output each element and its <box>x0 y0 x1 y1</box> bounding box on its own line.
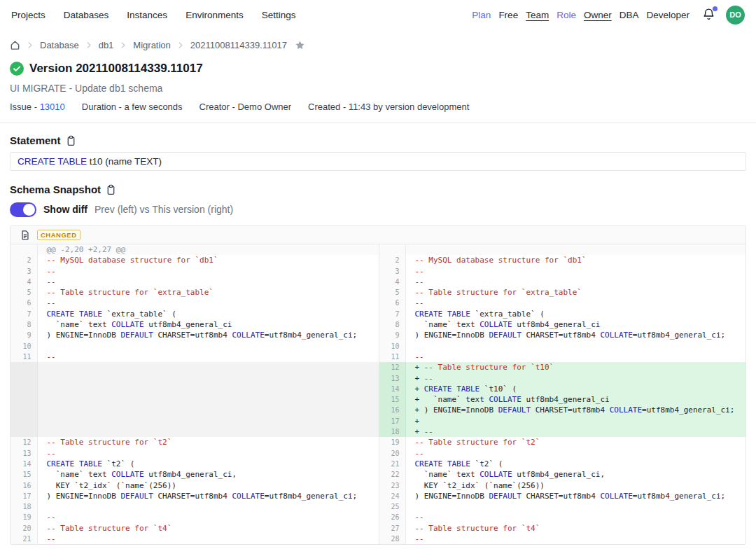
notification-bell[interactable] <box>702 8 716 22</box>
breadcrumb-item-db1[interactable]: db1 <box>99 40 114 50</box>
line-number: 27 <box>379 523 405 534</box>
divider <box>0 123 756 123</box>
nav-item-environments[interactable]: Environments <box>186 10 244 20</box>
nav-item-settings[interactable]: Settings <box>262 10 296 20</box>
line-number: 15 <box>379 394 405 405</box>
breadcrumb-item-database[interactable]: Database <box>40 40 79 50</box>
line-number: 8 <box>10 319 37 330</box>
nav-item-instances[interactable]: Instances <box>127 10 167 20</box>
line-number: 28 <box>379 534 405 544</box>
code-line: -- <box>405 534 746 544</box>
code-line: -- <box>405 352 746 362</box>
breadcrumb-item-migration[interactable]: Migration <box>133 40 170 50</box>
code-line: -- <box>405 448 746 459</box>
line-number <box>10 416 37 426</box>
line-number <box>10 426 37 437</box>
line-number: 21 <box>10 534 37 544</box>
line-number: 19 <box>379 437 405 447</box>
statement-code: CREATE TABLE t10 (name TEXT) <box>10 152 746 171</box>
line-number: 14 <box>10 459 37 469</box>
nav-right: PlanFreeTeamRoleOwnerDBADeveloper DO <box>472 6 745 25</box>
home-icon[interactable] <box>10 40 20 50</box>
switcher-dba[interactable]: DBA <box>620 10 639 20</box>
code-line <box>37 362 379 373</box>
line-number: 3 <box>10 266 37 277</box>
code-line: + -- <box>405 426 746 437</box>
line-number: 5 <box>379 287 405 298</box>
chevron-right-icon <box>27 41 34 49</box>
star-icon[interactable] <box>295 40 305 50</box>
code-line: -- <box>37 534 379 544</box>
switcher-owner[interactable]: Owner <box>584 10 612 20</box>
diff-row: 3--3-- <box>10 266 746 277</box>
breadcrumb: Databasedb1Migration20211008114339.11017 <box>10 36 746 53</box>
diff-row-added: 14+ CREATE TABLE `t10` ( <box>10 384 746 394</box>
copy-statement-icon[interactable] <box>66 135 76 146</box>
code-line: + ) ENGINE=InnoDB DEFAULT CHARSET=utf8mb… <box>405 405 746 415</box>
code-line: CREATE TABLE `extra_table` ( <box>37 309 379 319</box>
code-line: -- <box>37 448 379 459</box>
statement-section: Statement CREATE TABLE t10 (name TEXT) <box>10 134 746 171</box>
breadcrumb-item-20211008114339.11017[interactable]: 20211008114339.11017 <box>190 40 287 50</box>
switcher-free[interactable]: Free <box>498 10 518 20</box>
code-line <box>37 405 379 415</box>
nav-item-projects[interactable]: Projects <box>11 10 46 20</box>
top-nav: ProjectsDatabasesInstancesEnvironmentsSe… <box>0 0 756 29</box>
diff-row-added: 13+ -- <box>10 373 746 384</box>
diff-row: 9) ENGINE=InnoDB DEFAULT CHARSET=utf8mb4… <box>10 330 746 340</box>
line-number: 11 <box>10 352 37 362</box>
diff-hunk-row: @@ -2,20 +2,27 @@ <box>10 244 746 255</box>
copy-snapshot-icon[interactable] <box>106 184 116 195</box>
line-number: 21 <box>379 459 405 469</box>
line-number: 18 <box>379 426 405 437</box>
line-number: 12 <box>379 362 405 373</box>
code-line: -- <box>405 277 746 287</box>
code-line: -- <box>37 352 379 362</box>
line-number: 2 <box>379 255 405 265</box>
statement-heading: Statement <box>10 134 61 146</box>
line-number: 7 <box>10 309 37 319</box>
line-number: 13 <box>10 448 37 459</box>
code-line <box>405 501 746 512</box>
diff-table: @@ -2,20 +2,27 @@2-- MySQL database stru… <box>10 244 746 544</box>
code-line: -- Table structure for `extra_table` <box>37 287 379 298</box>
file-icon <box>20 230 30 241</box>
toggle-label: Show diff <box>43 204 88 215</box>
line-number <box>10 373 37 384</box>
line-number: 11 <box>379 352 405 362</box>
line-number: 8 <box>379 319 405 330</box>
line-number <box>10 244 37 255</box>
switcher-developer[interactable]: Developer <box>646 10 690 20</box>
line-number: 23 <box>379 480 405 491</box>
switcher-team[interactable]: Team <box>526 10 549 20</box>
line-number: 18 <box>10 501 37 512</box>
nav-item-databases[interactable]: Databases <box>64 10 109 20</box>
schema-snapshot-section: Schema Snapshot Show diff Prev (left) vs… <box>10 183 746 545</box>
code-line <box>37 416 379 426</box>
version-subtitle: UI MIGRATE - Update db1 schema <box>10 83 746 94</box>
code-line: -- <box>405 266 746 277</box>
diff-row: 5-- Table structure for `extra_table`5--… <box>10 287 746 298</box>
diff-row: 13--20-- <box>10 448 746 459</box>
show-diff-toggle[interactable] <box>10 202 36 217</box>
code-line: -- MySQL database structure for `db1` <box>37 255 379 265</box>
line-number: 13 <box>379 373 405 384</box>
line-number: 7 <box>379 309 405 319</box>
switcher-role: Role <box>556 10 576 20</box>
hunk-header: @@ -2,20 +2,27 @@ <box>37 244 379 255</box>
diff-row: 19--26-- <box>10 512 746 522</box>
diff-row-added: 17+ <box>10 416 746 426</box>
diff-row: 2-- MySQL database structure for `db1`2-… <box>10 255 746 265</box>
avatar[interactable]: DO <box>726 6 745 25</box>
success-check-icon <box>10 62 24 76</box>
code-line <box>405 244 746 255</box>
version-meta: Issue - 13010Duration - a few secondsCre… <box>10 102 746 112</box>
code-line: KEY `t2_idx` (`name`(256)) <box>405 480 746 491</box>
code-line: + -- <box>405 373 746 384</box>
issue-link[interactable]: 13010 <box>40 102 65 112</box>
code-line: `name` text COLLATE utf8mb4_general_ci <box>405 319 746 330</box>
diff-row: 16 KEY `t2_idx` (`name`(256))23 KEY `t2_… <box>10 480 746 491</box>
code-line <box>37 384 379 394</box>
code-line: + -- Table structure for `t10` <box>405 362 746 373</box>
code-line: + CREATE TABLE `t10` ( <box>405 384 746 394</box>
